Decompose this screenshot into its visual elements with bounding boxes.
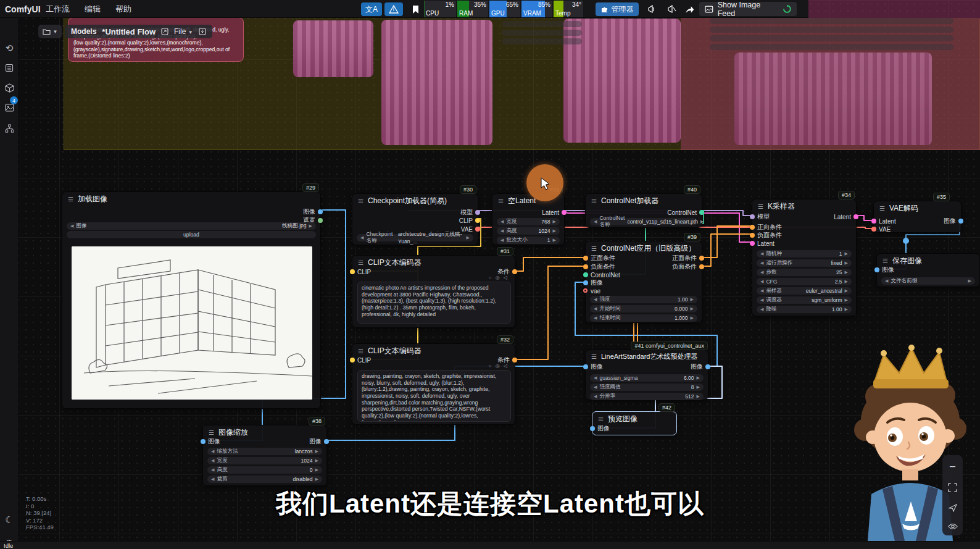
upload-button[interactable]: upload: [67, 231, 316, 238]
widget-开始时间[interactable]: ◀开始时间0.000▶: [590, 305, 697, 312]
logo-triangle-button[interactable]: [384, 2, 403, 16]
models-menu[interactable]: Models: [71, 27, 96, 36]
translate-button[interactable]: 文A: [361, 2, 382, 16]
widget-随机种[interactable]: ◀随机种1▶: [757, 250, 852, 258]
node-clip-encode-negative[interactable]: #32 ☰ CLIP文本编码器 CLIP 条件 ○ ◎ ◁ drawing, p…: [352, 343, 515, 425]
widget-图像[interactable]: ◀图像线稿图.jpg▶: [67, 222, 316, 230]
prompt-tool-icons[interactable]: ○ ◎ ◁: [489, 275, 509, 280]
refresh-green-icon[interactable]: [783, 5, 791, 13]
output-image[interactable]: 图像: [944, 217, 956, 225]
node-lineart-preprocessor[interactable]: #41 comfyui_controlnet_aux ☰ LineArtStan…: [585, 350, 708, 400]
output-image[interactable]: 图像: [303, 208, 315, 216]
collapse-icon[interactable]: ☰: [882, 258, 888, 264]
widget-裁剪[interactable]: ◀裁剪disabled▶: [207, 476, 322, 483]
horn-button[interactable]: [644, 2, 660, 16]
widget-宽度[interactable]: ◀宽度1024▶: [207, 457, 322, 464]
node-image-scale[interactable]: #38 ☰ 图像缩放 图像 图像 ◀缩放方法lanczos▶◀宽度1024▶◀高…: [202, 425, 327, 486]
manager-button[interactable]: 管理器: [596, 2, 639, 16]
toggle-links-eye-icon[interactable]: [948, 523, 958, 530]
collapse-icon[interactable]: ☰: [598, 416, 604, 422]
export-icon[interactable]: [161, 28, 168, 35]
widget-CFG[interactable]: ◀CFG2.5▶: [757, 278, 852, 285]
widget-ControlNet名称[interactable]: ◀ControlNet名称control_v11p_sd15_lineart.p…: [590, 218, 697, 225]
share-button[interactable]: [682, 2, 697, 16]
prompt-textarea[interactable]: cinematic photo An artist's impression o…: [357, 282, 511, 324]
collapse-icon[interactable]: ☰: [68, 196, 73, 203]
widget-缩放方法[interactable]: ◀缩放方法lanczos▶: [207, 448, 322, 455]
widget-结束时间[interactable]: ◀结束时间1.000▶: [590, 314, 697, 322]
node-save-image[interactable]: ☰ 保存图像 图像 ◀文件名前缀▶: [876, 253, 980, 287]
output-clip[interactable]: CLIP: [459, 217, 473, 224]
node-clip-encode-positive[interactable]: #31 ☰ CLIP文本编码器 CLIP 条件 ○ ◎ ◁ cinematic …: [352, 255, 515, 328]
output-latent[interactable]: Latent: [834, 213, 851, 220]
input-image[interactable]: 图像: [882, 266, 894, 274]
input-clip[interactable]: CLIP: [357, 268, 371, 275]
collapse-icon[interactable]: ☰: [879, 205, 885, 212]
collapse-icon[interactable]: ☰: [498, 198, 504, 204]
highlighted-prompt-node[interactable]: crayon, sketch, graphite, impressionist,…: [68, 17, 244, 62]
show-image-feed-button[interactable]: Show Image Feed: [699, 2, 797, 16]
input-image[interactable]: 图像: [591, 279, 603, 287]
input-image[interactable]: 图像: [597, 425, 610, 432]
horn-muted-button[interactable]: [663, 2, 679, 16]
collapse-icon[interactable]: ☰: [209, 429, 214, 436]
node-checkpoint-loader[interactable]: #30 ☰ Checkpoint加载器(简易) 模型 CLIP VAE ◀Che…: [352, 193, 478, 245]
collapse-icon[interactable]: ☰: [358, 259, 363, 266]
menu-workflow[interactable]: 工作流: [38, 4, 77, 15]
menu-edit[interactable]: 编辑: [77, 4, 108, 15]
input-image[interactable]: 图像: [591, 363, 603, 371]
widget-批次大小[interactable]: ◀批次大小1▶: [497, 237, 560, 244]
menu-help[interactable]: 帮助: [108, 4, 139, 15]
output-negative-cond[interactable]: 负面条件: [672, 263, 697, 270]
collapse-icon[interactable]: ☰: [358, 198, 363, 204]
widget-强度阈值[interactable]: ◀强度阈值8▶: [590, 383, 704, 391]
widget-步数[interactable]: ◀步数25▶: [757, 269, 852, 276]
output-image[interactable]: 图像: [691, 363, 703, 371]
collapse-icon[interactable]: ☰: [591, 198, 597, 204]
widget-文件名前缀[interactable]: ◀文件名前缀▶: [881, 277, 975, 285]
select-cursor-icon[interactable]: [949, 503, 957, 512]
widget-降噪[interactable]: ◀降噪1.00▶: [757, 306, 852, 313]
collapse-icon[interactable]: ☰: [758, 203, 763, 210]
output-controlnet[interactable]: ControlNet: [667, 209, 697, 216]
widget-Checkpoint名称[interactable]: ◀Checkpoint名称architecutre_design元线稿-Yuan…: [357, 234, 473, 241]
file-menu[interactable]: File ▼: [174, 27, 193, 36]
model-library-icon[interactable]: [0, 80, 19, 96]
node-map-icon[interactable]: [0, 120, 19, 136]
history-icon[interactable]: ⟲: [0, 40, 19, 56]
prompt-tool-icons[interactable]: ○ ◎ ◁: [489, 363, 509, 369]
output-model[interactable]: 模型: [460, 209, 473, 216]
log-icon[interactable]: [0, 60, 19, 76]
prompt-textarea[interactable]: drawing, painting, crayon, sketch, graph…: [357, 370, 511, 422]
node-empty-latent[interactable]: #33 ☰ 空Latent Latent ◀宽度768▶◀高度1024▶◀批次大…: [492, 193, 565, 245]
widget-guassian_sigma[interactable]: ◀guassian_sigma6.00▶: [590, 374, 704, 382]
node-vae-decode[interactable]: #35 ☰ VAE解码 Latent VAE 图像: [873, 201, 961, 233]
workflow-name[interactable]: *Untitled Flow: [102, 27, 156, 36]
input-controlnet[interactable]: ControlNet: [591, 271, 620, 279]
output-latent[interactable]: Latent: [542, 209, 559, 216]
node-ksampler[interactable]: #34 ☰ K采样器 模型 正向条件 负面条件 Latent Latent ◀随…: [752, 199, 857, 316]
fit-view-icon[interactable]: [948, 483, 957, 492]
input-model[interactable]: 模型: [757, 213, 770, 220]
node-controlnet-apply[interactable]: #39 ☰ ControlNet应用（旧版高级） 正面条件 负面条件 Contr…: [585, 241, 702, 323]
widget-高度[interactable]: ◀高度1024▶: [497, 227, 560, 235]
bookmark-button[interactable]: [407, 2, 423, 16]
widget-分辨率[interactable]: ◀分辨率512▶: [590, 393, 704, 400]
input-positive-cond[interactable]: 正面条件: [591, 254, 615, 262]
input-negative-cond[interactable]: 负面条件: [591, 263, 615, 270]
input-image[interactable]: 图像: [208, 438, 220, 445]
collapse-icon[interactable]: ☰: [591, 245, 597, 252]
save-icon[interactable]: [199, 28, 206, 35]
node-load-image[interactable]: #29 ☰ 加载图像 图像 遮罩 ◀图像线稿图.jpg▶ upload: [62, 191, 321, 409]
widget-强度[interactable]: ◀强度1.00▶: [590, 296, 697, 303]
zoom-out-icon[interactable]: –: [950, 461, 955, 472]
input-latent[interactable]: Latent: [757, 240, 774, 247]
open-workflow-button[interactable]: ▼: [38, 25, 62, 38]
output-positive-cond[interactable]: 正面条件: [672, 254, 697, 262]
widget-高度[interactable]: ◀高度0▶: [207, 466, 322, 474]
theme-moon-icon[interactable]: ☾: [0, 512, 19, 528]
widget-运行后操作[interactable]: ◀运行后操作fixed▶: [757, 259, 852, 267]
input-clip[interactable]: CLIP: [357, 356, 371, 364]
input-vae[interactable]: VAE: [879, 225, 891, 233]
collapse-icon[interactable]: ☰: [358, 348, 363, 354]
